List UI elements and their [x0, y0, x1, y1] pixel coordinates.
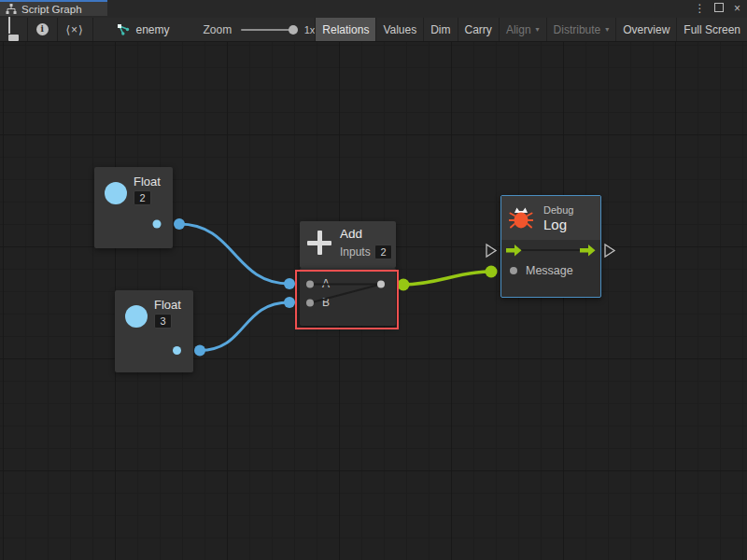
title-bar: Script Graph ⋮ × [0, 0, 747, 19]
node-title: Add [340, 227, 362, 241]
lock-button[interactable] [0, 18, 27, 41]
zoom-slider[interactable] [241, 18, 298, 41]
node-title: Float [154, 298, 181, 312]
values-button[interactable]: Values [375, 18, 423, 41]
window-controls: ⋮ × [694, 0, 743, 18]
float-node-2[interactable]: Float 3 [115, 290, 193, 372]
node-title: Float [134, 175, 161, 189]
debug-bug-icon [509, 205, 533, 231]
inspect-button[interactable]: i [28, 18, 57, 41]
chevron-down-icon: ▾ [536, 25, 540, 34]
tab-script-graph[interactable]: Script Graph [0, 0, 107, 16]
maximize-icon[interactable] [712, 0, 725, 18]
distribute-dropdown[interactable]: Distribute▾ [546, 18, 616, 41]
zoom-label: Zoom [204, 23, 233, 36]
inputs-label: Inputs [340, 245, 371, 259]
add-node-header[interactable]: Add Inputs 2 [300, 221, 396, 268]
port-b-label: B [322, 296, 330, 309]
float-value-field[interactable]: 3 [154, 314, 172, 329]
script-graph-asset-icon [117, 23, 130, 35]
info-icon: i [36, 23, 49, 35]
overview-button[interactable]: Overview [615, 18, 676, 41]
dim-button[interactable]: Dim [423, 18, 457, 41]
carry-button[interactable]: Carry [458, 18, 499, 41]
node-title: Log [543, 217, 567, 232]
float-value-field[interactable]: 2 [134, 190, 151, 205]
code-icon: ⟨×⟩ [65, 23, 83, 36]
port-a-label: A [322, 277, 330, 290]
message-port-label: Message [526, 264, 573, 277]
zoom-value: 1x [304, 24, 316, 35]
align-dropdown[interactable]: Align▾ [499, 18, 546, 41]
node-category: Debug [543, 204, 573, 216]
full-screen-button[interactable]: Full Screen [676, 18, 747, 41]
lock-icon [8, 18, 19, 41]
inputs-count-field[interactable]: 2 [374, 245, 392, 259]
close-icon[interactable]: × [731, 0, 743, 18]
kebab-menu-icon[interactable]: ⋮ [694, 0, 706, 18]
add-node-ports[interactable]: A B [300, 268, 396, 326]
graph-toolbar: i ⟨×⟩ enemy Zoom 1x Relations Values Dim [0, 18, 747, 42]
float-node-1[interactable]: Float 2 [94, 167, 173, 248]
zoom-slider-track[interactable] [241, 29, 292, 31]
float-type-icon [105, 182, 127, 204]
graph-breadcrumb[interactable]: enemy [117, 18, 169, 41]
code-preview-button[interactable]: ⟨×⟩ [57, 18, 92, 41]
toolbar-separator [92, 18, 93, 41]
unity-visual-scripting-window: Script Graph ⋮ × i ⟨×⟩ [0, 0, 747, 560]
zoom-slider-handle[interactable] [289, 25, 298, 35]
chevron-down-icon: ▾ [605, 25, 609, 34]
graph-name: enemy [135, 23, 169, 36]
relations-button[interactable]: Relations [315, 18, 375, 41]
float-type-icon [125, 305, 148, 328]
graph-hierarchy-icon [6, 4, 17, 14]
maximize-box [714, 3, 724, 12]
toolbar-buttons: Relations Values Dim Carry Align▾ Distri… [315, 18, 747, 41]
tab-title: Script Graph [21, 4, 82, 15]
debug-log-node[interactable]: Debug Log Message [500, 195, 601, 298]
